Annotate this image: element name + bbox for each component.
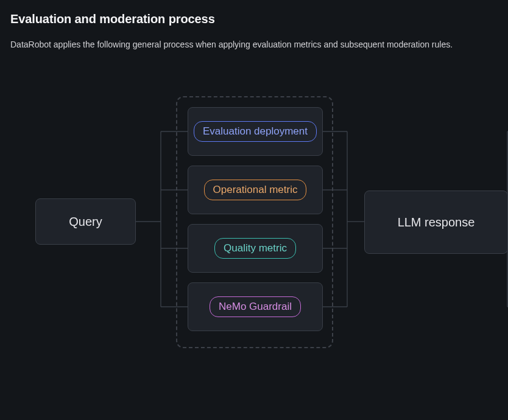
node-llm-response-label: LLM response: [398, 215, 475, 229]
node-query: Query: [35, 198, 136, 245]
process-diagram: Query Evaluation deployment Operational …: [0, 0, 508, 420]
pill-nemo-guardrail: NeMo Guardrail: [210, 296, 301, 317]
pill-evaluation-deployment: Evaluation deployment: [194, 121, 317, 142]
pill-quality-metric: Quality metric: [214, 238, 296, 259]
node-evaluation-deployment: Evaluation deployment: [188, 107, 323, 156]
node-nemo-guardrail: NeMo Guardrail: [188, 282, 323, 331]
node-quality-metric: Quality metric: [188, 224, 323, 273]
node-query-label: Query: [69, 215, 102, 229]
node-llm-response: LLM response: [364, 191, 508, 254]
node-operational-metric: Operational metric: [188, 166, 323, 214]
pill-operational-metric: Operational metric: [204, 180, 307, 200]
